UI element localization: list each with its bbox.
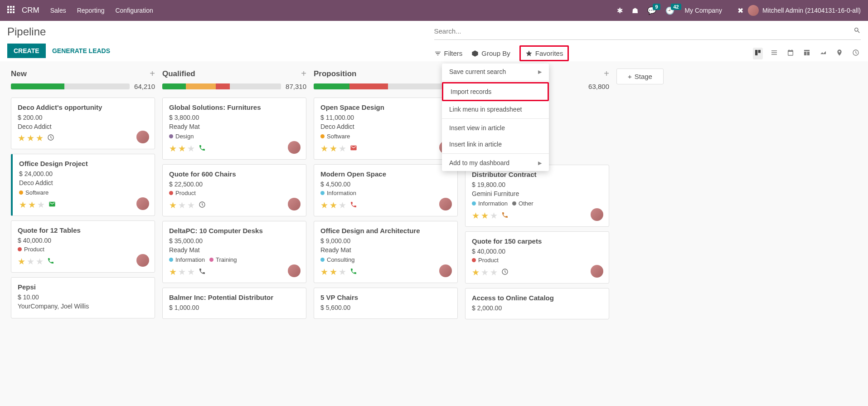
list-view-icon[interactable] (769, 48, 779, 59)
user-avatar-icon[interactable] (748, 5, 759, 16)
apps-grid-icon[interactable] (7, 6, 15, 15)
phone-icon[interactable] (47, 257, 54, 266)
tag[interactable]: Information (169, 256, 205, 263)
priority-stars[interactable]: ★★★ (169, 143, 195, 154)
assignee-avatar-icon[interactable] (136, 131, 149, 143)
phone-icon[interactable] (350, 201, 357, 210)
search-icon[interactable] (853, 27, 861, 36)
favorites-button[interactable]: Favorites (519, 45, 569, 61)
kanban-card[interactable]: Access to Online Catalog$ 2,000.00 (465, 288, 609, 319)
clock-icon[interactable] (501, 268, 509, 277)
dd-link-spreadsheet[interactable]: Link menu in spreadsheet (442, 101, 549, 117)
kanban-card[interactable]: Distributor Contract$ 19,800.00Gemini Fu… (465, 165, 609, 227)
activity-view-icon[interactable] (851, 48, 861, 59)
pivot-view-icon[interactable] (802, 48, 812, 59)
priority-stars[interactable]: ★★★ (320, 267, 346, 277)
menu-sales[interactable]: Sales (50, 7, 66, 14)
activity-clock-icon[interactable]: 🕘42 (665, 6, 674, 15)
clock-icon[interactable] (47, 134, 54, 142)
kanban-card[interactable]: Quote for 12 Tables$ 40,000.00Product★★★ (11, 220, 155, 273)
assignee-avatar-icon[interactable] (288, 141, 301, 154)
kanban-card[interactable]: Deco Addict's opportunity$ 200.00Deco Ad… (11, 98, 155, 149)
app-brand[interactable]: CRM (22, 6, 39, 15)
tag[interactable]: Product (169, 190, 196, 196)
assignee-avatar-icon[interactable] (439, 264, 452, 277)
phone-icon[interactable] (350, 268, 357, 276)
priority-stars[interactable]: ★★★ (320, 143, 346, 154)
assignee-avatar-icon[interactable] (591, 208, 603, 221)
priority-stars[interactable]: ★★★ (169, 267, 195, 277)
assignee-avatar-icon[interactable] (288, 198, 301, 210)
tag[interactable]: Consulting (320, 256, 354, 263)
dd-add-dashboard[interactable]: Add to my dashboard▶ (442, 155, 549, 171)
bug-icon[interactable]: ✱ (617, 6, 623, 15)
filters-button[interactable]: Filters (434, 49, 463, 57)
tag[interactable]: Product (18, 246, 44, 253)
kanban-card[interactable]: Modern Open Space$ 4,500.00Information★★… (314, 164, 458, 216)
company-selector[interactable]: My Company (684, 7, 722, 14)
menu-reporting[interactable]: Reporting (77, 7, 105, 14)
column-title[interactable]: New (11, 69, 27, 78)
kanban-card[interactable]: Global Solutions: Furnitures$ 3,800.00Re… (162, 98, 306, 160)
menu-configuration[interactable]: Configuration (115, 7, 153, 14)
envelope-icon[interactable] (350, 144, 357, 153)
chat-icon[interactable]: 💬9 (647, 6, 656, 15)
dd-save-search[interactable]: Save current search▶ (442, 64, 549, 80)
phone-icon[interactable] (199, 144, 206, 153)
tag[interactable]: Software (19, 189, 48, 196)
kanban-view-icon[interactable] (753, 48, 763, 59)
tag[interactable]: Design (169, 133, 194, 140)
support-icon[interactable]: ☗ (632, 6, 638, 15)
assignee-avatar-icon[interactable] (591, 265, 603, 278)
priority-stars[interactable]: ★★★ (472, 210, 498, 221)
clock-icon[interactable] (199, 201, 206, 210)
calendar-view-icon[interactable] (786, 48, 795, 59)
priority-stars[interactable]: ★★★ (320, 200, 346, 210)
priority-stars[interactable]: ★★★ (18, 256, 44, 267)
assignee-avatar-icon[interactable] (136, 197, 149, 210)
kanban-card[interactable]: 5 VP Chairs$ 5,600.00 (314, 288, 458, 319)
priority-stars[interactable]: ★★★ (169, 200, 195, 210)
user-name[interactable]: Mitchell Admin (21404131-16-0-all) (762, 7, 861, 14)
add-card-icon[interactable]: + (301, 68, 306, 79)
kanban-card[interactable]: Quote for 150 carpets$ 40,000.00Product★… (465, 231, 609, 284)
tag[interactable]: Other (512, 200, 533, 207)
kanban-card[interactable]: Balmer Inc: Potential Distributor$ 1,000… (162, 288, 306, 319)
priority-stars[interactable]: ★★★ (472, 267, 498, 278)
kanban-card[interactable]: Open Space Design$ 11,000.00Deco AddictS… (314, 98, 458, 160)
generate-leads-button[interactable]: GENERATE LEADS (52, 47, 110, 54)
add-stage-button[interactable]: + Stage (616, 68, 664, 84)
tools-icon[interactable]: ✖ (737, 6, 743, 15)
phone-icon[interactable] (501, 211, 509, 220)
tag[interactable]: Software (320, 133, 350, 140)
groupby-button[interactable]: Group By (471, 49, 510, 57)
kanban-card[interactable]: Quote for 600 Chairs$ 22,500.00Product★★… (162, 164, 306, 216)
dd-insert-view[interactable]: Insert view in article (442, 120, 549, 136)
assignee-avatar-icon[interactable] (136, 254, 149, 267)
dd-import-records[interactable]: Import records (442, 82, 549, 101)
tag[interactable]: Training (209, 256, 237, 263)
add-card-icon[interactable]: + (150, 68, 155, 79)
priority-stars[interactable]: ★★★ (19, 200, 45, 210)
add-card-icon[interactable]: + (604, 68, 609, 79)
assignee-avatar-icon[interactable] (288, 264, 301, 277)
dd-insert-link[interactable]: Insert link in article (442, 136, 549, 152)
tag[interactable]: Product (472, 257, 499, 264)
kanban-card[interactable]: Office Design Project$ 24,000.00Deco Add… (11, 154, 155, 216)
assignee-avatar-icon[interactable] (439, 198, 452, 210)
tag[interactable]: Information (472, 200, 508, 207)
kanban-card[interactable]: Office Design and Architecture$ 9,000.00… (314, 221, 458, 283)
kanban-card[interactable]: DeltaPC: 10 Computer Desks$ 35,000.00Rea… (162, 221, 306, 283)
kanban-card[interactable]: Pepsi$ 10.00YourCompany, Joel Willis (11, 277, 155, 318)
envelope-icon[interactable] (48, 201, 56, 209)
column-title[interactable]: Proposition (314, 69, 356, 78)
tag[interactable]: Information (320, 190, 356, 196)
create-button[interactable]: CREATE (7, 44, 46, 58)
search-input[interactable] (434, 25, 854, 37)
star-icon: ★ (187, 143, 195, 154)
map-view-icon[interactable] (834, 48, 844, 59)
graph-view-icon[interactable] (818, 48, 828, 59)
column-title[interactable]: Qualified (162, 69, 195, 78)
phone-icon[interactable] (199, 268, 206, 276)
priority-stars[interactable]: ★★★ (18, 133, 44, 143)
